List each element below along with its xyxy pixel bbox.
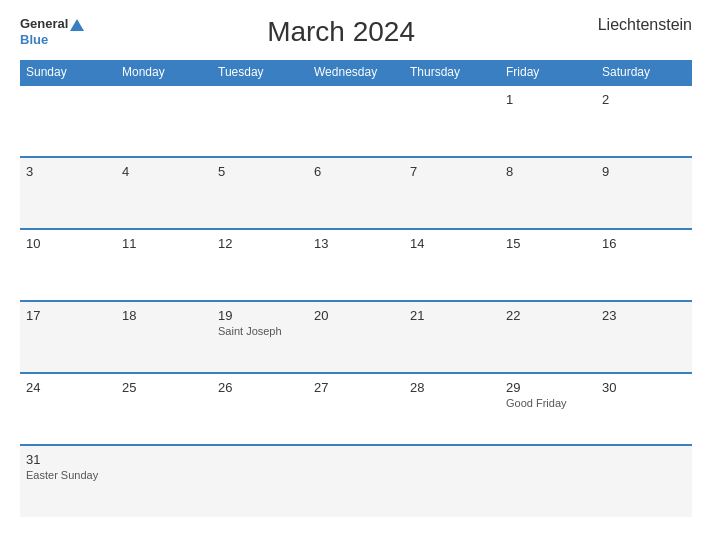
logo-blue-text: Blue [20, 32, 48, 48]
day-number: 9 [602, 164, 686, 179]
day-number: 21 [410, 308, 494, 323]
calendar-week-row: 242526272829Good Friday30 [20, 373, 692, 445]
calendar-cell [404, 445, 500, 517]
calendar-cell: 29Good Friday [500, 373, 596, 445]
calendar-cell: 8 [500, 157, 596, 229]
day-number: 2 [602, 92, 686, 107]
calendar-cell [308, 445, 404, 517]
header-monday: Monday [116, 60, 212, 85]
header-friday: Friday [500, 60, 596, 85]
day-number: 8 [506, 164, 590, 179]
day-number: 14 [410, 236, 494, 251]
calendar-cell: 18 [116, 301, 212, 373]
calendar-cell [596, 445, 692, 517]
day-number: 22 [506, 308, 590, 323]
header-tuesday: Tuesday [212, 60, 308, 85]
calendar-cell: 21 [404, 301, 500, 373]
calendar-cell: 12 [212, 229, 308, 301]
calendar-cell [308, 85, 404, 157]
day-number: 11 [122, 236, 206, 251]
calendar-cell: 11 [116, 229, 212, 301]
header-thursday: Thursday [404, 60, 500, 85]
day-number: 19 [218, 308, 302, 323]
calendar-week-row: 31Easter Sunday [20, 445, 692, 517]
calendar-cell: 10 [20, 229, 116, 301]
day-number: 4 [122, 164, 206, 179]
logo-general: General [20, 16, 84, 32]
holiday-name: Good Friday [506, 397, 590, 409]
calendar-title: March 2024 [84, 16, 597, 48]
day-number: 29 [506, 380, 590, 395]
calendar-grid: Sunday Monday Tuesday Wednesday Thursday… [20, 60, 692, 517]
calendar-cell: 7 [404, 157, 500, 229]
calendar-cell: 30 [596, 373, 692, 445]
header-sunday: Sunday [20, 60, 116, 85]
calendar-week-row: 12 [20, 85, 692, 157]
calendar-cell: 26 [212, 373, 308, 445]
calendar-cell: 2 [596, 85, 692, 157]
logo-triangle-icon [70, 19, 84, 31]
calendar-cell: 17 [20, 301, 116, 373]
calendar-cell [116, 85, 212, 157]
calendar-container: General Blue March 2024 Liechtenstein Su… [0, 0, 712, 550]
day-number: 12 [218, 236, 302, 251]
calendar-cell: 19Saint Joseph [212, 301, 308, 373]
calendar-cell [212, 85, 308, 157]
calendar-cell: 13 [308, 229, 404, 301]
holiday-name: Saint Joseph [218, 325, 302, 337]
calendar-cell: 4 [116, 157, 212, 229]
calendar-cell: 15 [500, 229, 596, 301]
calendar-cell: 22 [500, 301, 596, 373]
day-number: 31 [26, 452, 110, 467]
country-name: Liechtenstein [598, 16, 692, 34]
calendar-cell [500, 445, 596, 517]
day-number: 3 [26, 164, 110, 179]
calendar-cell: 6 [308, 157, 404, 229]
day-number: 15 [506, 236, 590, 251]
calendar-cell: 16 [596, 229, 692, 301]
calendar-cell: 28 [404, 373, 500, 445]
header-wednesday: Wednesday [308, 60, 404, 85]
day-number: 20 [314, 308, 398, 323]
calendar-cell [212, 445, 308, 517]
calendar-cell: 9 [596, 157, 692, 229]
calendar-cell [404, 85, 500, 157]
day-number: 1 [506, 92, 590, 107]
calendar-cell: 5 [212, 157, 308, 229]
calendar-cell: 23 [596, 301, 692, 373]
day-number: 7 [410, 164, 494, 179]
day-number: 30 [602, 380, 686, 395]
day-number: 6 [314, 164, 398, 179]
header-saturday: Saturday [596, 60, 692, 85]
holiday-name: Easter Sunday [26, 469, 110, 481]
day-number: 17 [26, 308, 110, 323]
day-number: 18 [122, 308, 206, 323]
calendar-week-row: 10111213141516 [20, 229, 692, 301]
calendar-cell: 20 [308, 301, 404, 373]
calendar-cell: 14 [404, 229, 500, 301]
weekday-header-row: Sunday Monday Tuesday Wednesday Thursday… [20, 60, 692, 85]
day-number: 5 [218, 164, 302, 179]
calendar-cell: 1 [500, 85, 596, 157]
calendar-cell [20, 85, 116, 157]
day-number: 16 [602, 236, 686, 251]
day-number: 25 [122, 380, 206, 395]
day-number: 26 [218, 380, 302, 395]
calendar-cell: 27 [308, 373, 404, 445]
calendar-header: General Blue March 2024 Liechtenstein [20, 16, 692, 48]
calendar-cell: 25 [116, 373, 212, 445]
day-number: 27 [314, 380, 398, 395]
day-number: 13 [314, 236, 398, 251]
calendar-cell: 3 [20, 157, 116, 229]
calendar-cell: 24 [20, 373, 116, 445]
day-number: 23 [602, 308, 686, 323]
day-number: 24 [26, 380, 110, 395]
calendar-cell [116, 445, 212, 517]
day-number: 28 [410, 380, 494, 395]
logo: General Blue [20, 16, 84, 47]
day-number: 10 [26, 236, 110, 251]
calendar-week-row: 171819Saint Joseph20212223 [20, 301, 692, 373]
calendar-week-row: 3456789 [20, 157, 692, 229]
logo-bottom: Blue [20, 32, 84, 48]
calendar-cell: 31Easter Sunday [20, 445, 116, 517]
